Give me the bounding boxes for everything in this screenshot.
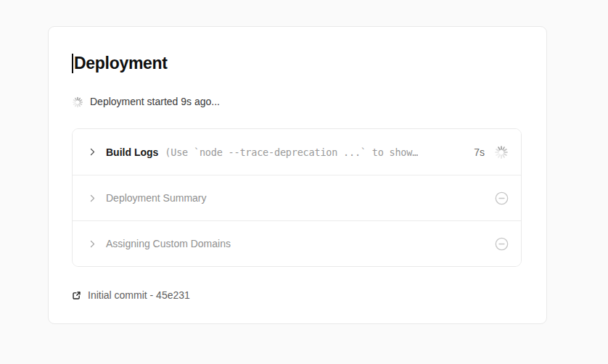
- deployment-status: Deployment started 9s ago...: [72, 96, 522, 108]
- status-text: Deployment started 9s ago...: [90, 96, 220, 108]
- section-label: Deployment Summary: [106, 192, 207, 204]
- commit-link[interactable]: Initial commit - 45e231: [72, 289, 190, 301]
- section-row-deployment-summary[interactable]: Deployment Summary: [73, 175, 521, 220]
- page-title: Deployment: [74, 53, 168, 73]
- minus-circle-icon: [495, 191, 509, 205]
- section-detail: (Use `node --trace-deprecation ...` to s…: [165, 146, 418, 158]
- minus-circle-icon: [495, 237, 509, 251]
- chevron-right-icon: [88, 147, 97, 157]
- section-row-build-logs[interactable]: Build Logs (Use `node --trace-deprecatio…: [73, 129, 521, 175]
- chevron-right-icon: [88, 239, 97, 249]
- section-label: Assigning Custom Domains: [106, 238, 231, 249]
- section-status: [486, 191, 509, 205]
- chevron-right-icon: [88, 194, 97, 203]
- section-status: [486, 237, 509, 251]
- commit-link-label: Initial commit - 45e231: [88, 289, 190, 301]
- title-row: Deployment: [72, 53, 522, 73]
- section-label: Build Logs: [106, 146, 158, 158]
- page: { "card": { "title": "Deployment", "stat…: [0, 0, 608, 364]
- text-cursor: [72, 54, 73, 73]
- duration-badge: 7s: [474, 146, 485, 158]
- spinner-icon: [72, 96, 83, 108]
- section-status: 7s: [465, 145, 509, 160]
- external-link-icon: [72, 291, 81, 300]
- deployment-card: Deployment Depl: [48, 26, 547, 324]
- deployment-sections: Build Logs (Use `node --trace-deprecatio…: [72, 128, 522, 267]
- spinner-icon: [494, 145, 509, 160]
- section-row-assigning-custom-domains[interactable]: Assigning Custom Domains: [73, 220, 521, 266]
